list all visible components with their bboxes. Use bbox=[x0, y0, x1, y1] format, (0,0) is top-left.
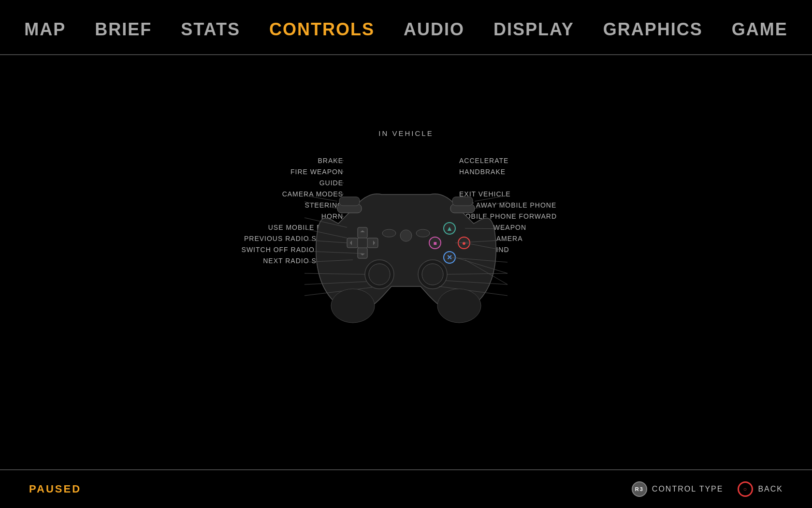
nav-display[interactable]: Display bbox=[493, 19, 574, 40]
control-type-label: CONTROL TYPE bbox=[652, 485, 724, 493]
svg-rect-8 bbox=[358, 227, 367, 238]
svg-point-49 bbox=[331, 289, 375, 323]
svg-point-50 bbox=[437, 289, 481, 323]
bottom-controls: R3 CONTROL TYPE ○ BACK bbox=[632, 481, 783, 497]
navigation: Map Brief Stats Controls Audio Display G… bbox=[0, 0, 812, 55]
svg-line-5 bbox=[304, 195, 337, 201]
svg-line-4 bbox=[304, 202, 337, 209]
svg-text:▲: ▲ bbox=[446, 224, 453, 232]
nav-graphics[interactable]: Graphics bbox=[603, 19, 703, 40]
paused-label: PAUSED bbox=[29, 483, 81, 495]
nav-audio[interactable]: Audio bbox=[404, 19, 464, 40]
svg-text:■: ■ bbox=[433, 240, 436, 247]
r3-button-icon: R3 bbox=[632, 481, 647, 497]
nav-controls[interactable]: Controls bbox=[269, 19, 375, 40]
svg-point-22 bbox=[382, 229, 396, 237]
controller-image: ▲ ■ ● ✕ bbox=[304, 161, 508, 335]
svg-rect-11 bbox=[367, 238, 378, 248]
svg-point-23 bbox=[416, 229, 430, 237]
nav-game[interactable]: Game bbox=[732, 19, 788, 40]
svg-point-40 bbox=[369, 264, 390, 285]
nav-stats[interactable]: Stats bbox=[181, 19, 240, 40]
svg-point-45 bbox=[422, 264, 443, 285]
vehicle-title: IN VEHICLE bbox=[378, 129, 433, 137]
nav-map[interactable]: Map bbox=[24, 19, 66, 40]
svg-point-24 bbox=[400, 230, 412, 241]
svg-rect-3 bbox=[452, 197, 473, 206]
control-type-item[interactable]: R3 CONTROL TYPE bbox=[632, 481, 724, 497]
bottom-bar: PAUSED R3 CONTROL TYPE ○ BACK bbox=[0, 469, 812, 508]
svg-line-6 bbox=[475, 202, 508, 209]
back-label: BACK bbox=[758, 485, 783, 493]
svg-rect-9 bbox=[358, 248, 367, 258]
svg-line-7 bbox=[475, 195, 508, 201]
controller-diagram: IN VEHICLE BRAKE FIRE WEAPON GUIDE CAMER… bbox=[188, 127, 624, 369]
svg-rect-10 bbox=[347, 238, 358, 248]
nav-brief[interactable]: Brief bbox=[95, 19, 152, 40]
svg-rect-12 bbox=[358, 238, 367, 248]
main-content: IN VEHICLE BRAKE FIRE WEAPON GUIDE CAMER… bbox=[0, 55, 812, 440]
back-item[interactable]: ○ BACK bbox=[738, 481, 783, 497]
circle-button-icon: ○ bbox=[738, 481, 753, 497]
svg-rect-1 bbox=[339, 197, 360, 206]
